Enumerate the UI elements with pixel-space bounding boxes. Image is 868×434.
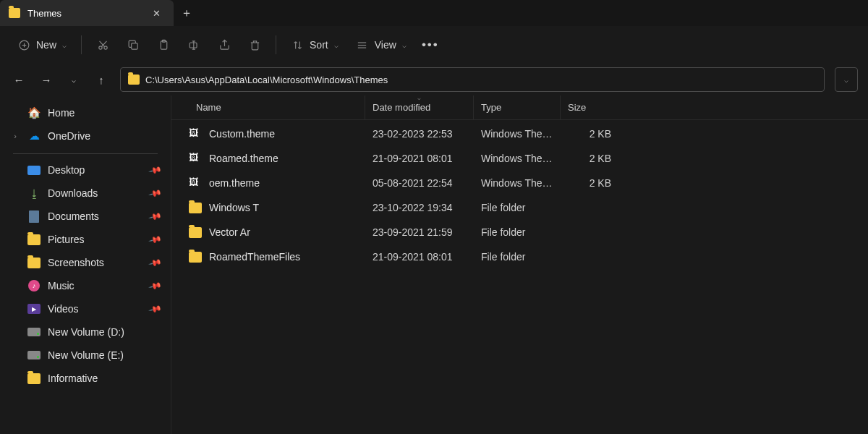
- sort-icon: [291, 38, 304, 51]
- back-button[interactable]: ←: [10, 71, 27, 88]
- chevron-down-icon: ⌵: [62, 41, 67, 49]
- file-type: Windows Them...: [474, 177, 561, 189]
- music-icon: ♪: [27, 279, 41, 292]
- theme-file-icon: [189, 176, 202, 190]
- address-bar[interactable]: C:\Users\Asus\AppData\Local\Microsoft\Wi…: [120, 67, 825, 92]
- file-size: 2 KB: [561, 128, 618, 140]
- sidebar-item-label: Pictures: [48, 234, 85, 245]
- svg-rect-7: [131, 43, 137, 48]
- delete-button[interactable]: [241, 33, 268, 57]
- navigation-bar: ← → ⌵ ↑ C:\Users\Asus\AppData\Local\Micr…: [0, 64, 868, 95]
- file-name: Vector Ar: [209, 226, 250, 238]
- file-row[interactable]: Vector Ar23-09-2021 21:59File folder: [171, 220, 868, 244]
- drive-icon: [27, 349, 41, 362]
- sidebar-item-quick[interactable]: ⭳Downloads📌: [4, 182, 166, 205]
- file-date: 23-02-2023 22:53: [365, 128, 474, 140]
- sidebar-item-label: Home: [48, 107, 75, 119]
- forward-button[interactable]: →: [38, 71, 55, 88]
- file-date: 05-08-2021 22:54: [365, 177, 474, 189]
- sidebar-item-label: Informative: [48, 373, 98, 384]
- sort-button[interactable]: Sort ⌵: [284, 33, 346, 57]
- column-name[interactable]: Name: [182, 95, 365, 119]
- pin-icon: 📌: [148, 163, 163, 177]
- sort-label: Sort: [310, 39, 328, 51]
- cut-button[interactable]: [89, 33, 116, 57]
- folder-icon: [27, 372, 41, 385]
- copy-button[interactable]: [119, 33, 147, 57]
- rename-button[interactable]: [180, 33, 208, 57]
- file-size: 2 KB: [561, 177, 618, 189]
- trash-icon: [248, 38, 261, 51]
- pin-icon: 📌: [148, 255, 163, 270]
- file-row[interactable]: RoamedThemeFiles21-09-2021 08:01File fol…: [171, 244, 868, 269]
- cut-icon: [96, 38, 109, 51]
- sidebar-item-quick[interactable]: Desktop📌: [4, 158, 166, 182]
- file-name: Windows T: [209, 202, 259, 213]
- main-area: 🏠 Home › ☁ OneDrive Desktop📌⭳Downloads📌D…: [0, 95, 868, 434]
- new-label: New: [36, 39, 56, 51]
- svg-rect-10: [190, 42, 197, 47]
- folder-icon: [27, 256, 41, 269]
- sidebar-item-label: New Volume (D:): [48, 326, 124, 338]
- pin-icon: 📌: [148, 232, 163, 247]
- sidebar-item-quick[interactable]: New Volume (E:): [4, 344, 166, 367]
- folder-icon: [128, 75, 140, 85]
- share-button[interactable]: [210, 33, 238, 57]
- sidebar-item-quick[interactable]: ♪Music📌: [4, 274, 166, 297]
- view-icon: [356, 38, 369, 51]
- file-date: 21-09-2021 08:01: [365, 153, 474, 164]
- video-icon: ▶: [27, 302, 41, 315]
- paste-button[interactable]: [150, 33, 177, 57]
- file-name: oem.theme: [209, 177, 260, 189]
- close-tab-button[interactable]: ✕: [148, 4, 165, 22]
- chevron-right-icon: ›: [10, 132, 20, 140]
- file-type: Windows Them...: [474, 128, 561, 140]
- file-type: Windows Them...: [474, 153, 561, 164]
- theme-file-icon: [189, 152, 202, 165]
- sidebar-item-onedrive[interactable]: › ☁ OneDrive: [4, 124, 166, 148]
- more-icon: •••: [424, 38, 437, 51]
- copy-icon: [127, 38, 140, 51]
- sidebar-item-label: New Volume (E:): [48, 349, 124, 361]
- new-button[interactable]: New ⌵: [10, 33, 74, 57]
- up-button[interactable]: ↑: [93, 71, 110, 88]
- file-name: RoamedThemeFiles: [209, 251, 300, 263]
- theme-file-icon: [189, 127, 202, 140]
- file-row[interactable]: oem.theme05-08-2021 22:54Windows Them...…: [171, 171, 868, 195]
- file-row[interactable]: Roamed.theme21-09-2021 08:01Windows Them…: [171, 146, 868, 171]
- new-tab-button[interactable]: ＋: [174, 6, 200, 21]
- file-type: File folder: [474, 226, 561, 238]
- sidebar-item-label: Downloads: [48, 187, 98, 199]
- folder-icon: [27, 233, 41, 246]
- file-row[interactable]: Windows T23-10-2022 19:34File folder: [171, 195, 868, 220]
- folder-icon: [9, 8, 20, 18]
- address-dropdown[interactable]: ⌵: [835, 67, 858, 92]
- sidebar-item-quick[interactable]: ▶Videos📌: [4, 297, 166, 320]
- paste-icon: [157, 38, 170, 51]
- sidebar-item-quick[interactable]: Informative: [4, 367, 166, 390]
- view-button[interactable]: View ⌵: [349, 33, 414, 57]
- sidebar-item-home[interactable]: 🏠 Home: [4, 101, 166, 124]
- sidebar-item-label: Documents: [48, 210, 99, 222]
- sort-indicator-icon: ⌵: [417, 95, 421, 101]
- folder-icon: [189, 203, 202, 213]
- recent-button[interactable]: ⌵: [65, 71, 82, 88]
- sidebar-item-quick[interactable]: Screenshots📌: [4, 251, 166, 274]
- separator: [81, 35, 82, 54]
- tab-active[interactable]: Themes ✕: [0, 0, 174, 26]
- pin-icon: 📌: [148, 209, 163, 224]
- column-size[interactable]: Size: [561, 95, 618, 119]
- file-name: Custom.theme: [209, 128, 275, 140]
- more-button[interactable]: •••: [417, 33, 444, 57]
- file-row[interactable]: Custom.theme23-02-2023 22:53Windows Them…: [171, 122, 868, 146]
- sidebar-item-label: OneDrive: [48, 130, 90, 142]
- column-date[interactable]: ⌵Date modified: [365, 95, 474, 119]
- sidebar-item-quick[interactable]: New Volume (D:): [4, 320, 166, 344]
- folder-icon: [189, 227, 202, 238]
- sidebar-item-quick[interactable]: Pictures📌: [4, 228, 166, 251]
- separator: [276, 35, 276, 54]
- sidebar-item-quick[interactable]: Documents📌: [4, 205, 166, 228]
- desktop-icon: [27, 163, 41, 176]
- column-type[interactable]: Type: [474, 95, 561, 119]
- view-label: View: [375, 39, 396, 51]
